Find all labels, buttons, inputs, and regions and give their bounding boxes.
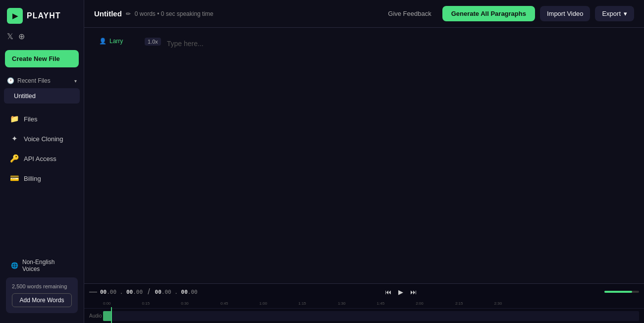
words-remaining-box: 2,500 words remaining Add More Words xyxy=(6,277,78,313)
ruler-tick: 1:30 xyxy=(338,301,346,306)
editor-area: 👤 Larry 1.0x xyxy=(84,28,644,283)
social-links: 𝕏 ⊕ xyxy=(0,32,84,48)
ruler-tick: 1:15 xyxy=(298,301,306,306)
files-icon: 📁 xyxy=(10,114,19,123)
ruler-timeline: 0:000:150:300:451:001:151:301:452:002:15… xyxy=(84,300,644,309)
files-label: Files xyxy=(24,115,37,123)
time-separator: / xyxy=(148,287,150,296)
export-chevron-icon: ▾ xyxy=(624,10,627,17)
billing-icon: 💳 xyxy=(10,174,19,183)
play-button[interactable]: ▶ xyxy=(396,287,405,297)
paragraph-text-input[interactable] xyxy=(167,38,629,50)
voice-cloning-label: Voice Cloning xyxy=(24,135,63,143)
top-bar-left: Untitled ✏ 0 words • 0 sec speaking time xyxy=(94,9,214,18)
generate-button[interactable]: Generate All Paragraphs xyxy=(442,6,535,21)
voice-cloning-icon: ✦ xyxy=(10,134,19,143)
file-title: Untitled xyxy=(94,9,122,18)
words-remaining-text: 2,500 words remaining xyxy=(12,283,72,289)
ruler-tick: 0:45 xyxy=(220,301,228,306)
voice-selector[interactable]: 👤 Larry xyxy=(99,38,139,45)
paragraph-row: 👤 Larry 1.0x xyxy=(99,38,629,50)
ruler-right: 0:000:150:300:451:001:151:301:452:002:15… xyxy=(103,300,644,309)
skip-forward-button[interactable]: ⏭ xyxy=(408,287,419,297)
api-access-icon: 🔑 xyxy=(10,154,19,163)
edit-icon[interactable]: ✏ xyxy=(126,10,131,17)
voice-name: Larry xyxy=(109,38,123,45)
ruler-tick: 0:15 xyxy=(142,301,150,306)
voice-person-icon: 👤 xyxy=(99,38,107,45)
nav-items: 📁 Files ✦ Voice Cloning 🔑 API Access 💳 B… xyxy=(0,108,84,189)
top-bar-right: Give Feedback Generate All Paragraphs Im… xyxy=(382,6,634,21)
non-english-voices-item[interactable]: 🌐 Non-English Voices xyxy=(6,254,78,277)
sidebar-item-api-access[interactable]: 🔑 API Access xyxy=(3,149,81,168)
clock-icon: 🕐 xyxy=(7,77,14,84)
ruler-tick: 2:15 xyxy=(455,301,463,306)
discord-icon[interactable]: ⊕ xyxy=(18,32,25,41)
track-segment xyxy=(103,311,111,321)
bottom-bar: — 00.00 . 00.00 / 00.00 . 00.00 ⏮ ▶ ⏭ xyxy=(84,283,644,323)
skip-back-button[interactable]: ⏮ xyxy=(383,287,393,297)
audio-track-label: Audio xyxy=(84,313,103,319)
sidebar-item-billing[interactable]: 💳 Billing xyxy=(3,169,81,188)
recent-file-item[interactable]: Untitled xyxy=(4,88,80,104)
feedback-button[interactable]: Give Feedback xyxy=(382,7,437,20)
controls-row: — 00.00 . 00.00 / 00.00 . 00.00 ⏮ ▶ ⏭ xyxy=(84,284,644,300)
logo-icon: ▶ xyxy=(7,8,23,24)
ruler-tick: 2:00 xyxy=(416,301,424,306)
recent-files-label: Recent Files xyxy=(17,77,51,84)
ruler-tick: 0:30 xyxy=(181,301,189,306)
non-english-label: Non-English Voices xyxy=(22,259,73,272)
total-time: 00.00 . 00.00 xyxy=(155,289,198,295)
sidebar-bottom: 🌐 Non-English Voices 2,500 words remaini… xyxy=(0,248,84,323)
api-access-label: API Access xyxy=(24,155,56,162)
export-button[interactable]: Export ▾ xyxy=(595,6,634,21)
word-count: 0 words • 0 sec speaking time xyxy=(135,10,214,17)
ruler-tick: 2:30 xyxy=(494,301,502,306)
playhead-line xyxy=(111,307,112,323)
create-new-button[interactable]: Create New File xyxy=(5,50,79,67)
logo-text: PLAYHT xyxy=(27,11,61,20)
ruler-tick: 0:00 xyxy=(103,301,111,306)
ruler-tick: 1:00 xyxy=(260,301,268,306)
export-label: Export xyxy=(602,10,621,17)
globe-icon: 🌐 xyxy=(11,262,18,269)
dash-separator: — xyxy=(89,287,97,296)
sidebar-item-voice-cloning[interactable]: ✦ Voice Cloning xyxy=(3,129,81,148)
audio-track xyxy=(103,311,639,321)
add-words-button[interactable]: Add More Words xyxy=(12,293,72,307)
top-bar: Untitled ✏ 0 words • 0 sec speaking time… xyxy=(84,0,644,28)
chevron-down-icon: ▾ xyxy=(74,78,77,84)
sidebar-item-files[interactable]: 📁 Files xyxy=(3,109,81,128)
recent-files-header[interactable]: 🕐 Recent Files ▾ xyxy=(0,73,84,87)
sidebar: ▶ PLAYHT 𝕏 ⊕ Create New File 🕐 Recent Fi… xyxy=(0,0,84,323)
billing-label: Billing xyxy=(24,175,41,182)
main-content: Untitled ✏ 0 words • 0 sec speaking time… xyxy=(84,0,644,323)
current-time: 00.00 . 00.00 xyxy=(100,289,143,295)
volume-slider[interactable] xyxy=(604,291,639,293)
logo-area: ▶ PLAYHT xyxy=(0,0,84,32)
speed-badge[interactable]: 1.0x xyxy=(145,38,161,46)
ruler-tick: 1:45 xyxy=(377,301,385,306)
twitter-icon[interactable]: 𝕏 xyxy=(7,32,13,41)
volume-section xyxy=(604,291,639,293)
import-button[interactable]: Import Video xyxy=(540,6,590,21)
tracks-row: Audio xyxy=(84,309,644,323)
